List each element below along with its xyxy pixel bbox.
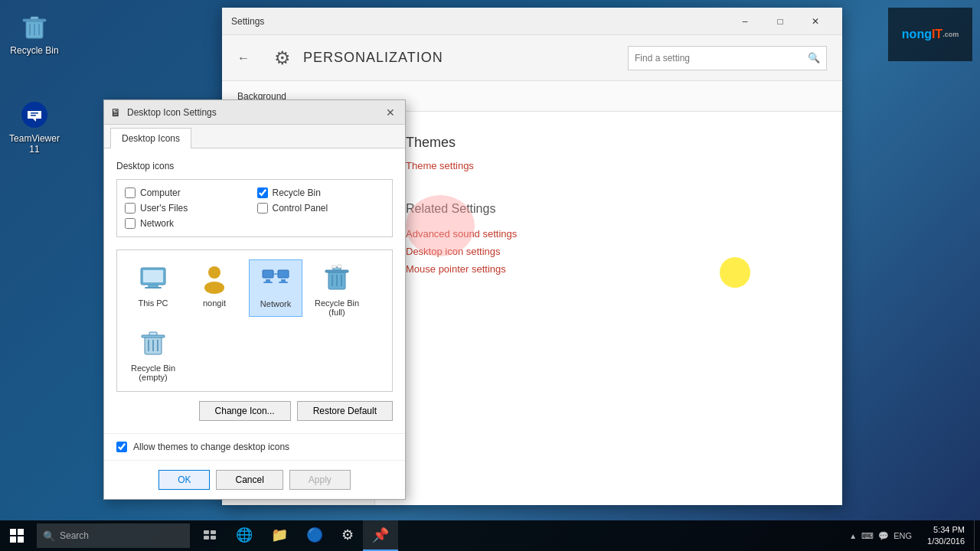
this-pc-icon xyxy=(135,259,172,296)
svg-rect-43 xyxy=(211,536,216,540)
desktop-icon-teamviewer[interactable]: TeamViewer 11 xyxy=(4,96,65,158)
settings-titlebar: Settings – □ ✕ xyxy=(222,8,842,35)
dialog-tab-desktop-icons[interactable]: Desktop Icons xyxy=(110,128,191,148)
recycle-bin-empty-icon xyxy=(135,324,172,361)
settings-search-box[interactable]: 🔍 xyxy=(628,46,827,70)
checkbox-control-panel[interactable]: Control Panel xyxy=(257,203,385,214)
svg-rect-16 xyxy=(266,279,270,282)
svg-rect-20 xyxy=(279,282,288,283)
desktop-icon-recycle-bin[interactable]: Recycle Bin xyxy=(4,8,65,60)
dialog-titlebar: 🖥 Desktop Icon Settings ✕ xyxy=(104,100,405,125)
taskbar-app-chrome[interactable]: 🔵 xyxy=(297,520,332,551)
checkbox-recycle-bin-label: Recycle Bin xyxy=(273,187,321,198)
task-view-button[interactable] xyxy=(193,520,227,551)
preview-icon-recycle-bin-full[interactable]: Recycle Bin (full) xyxy=(310,259,364,317)
svg-rect-40 xyxy=(204,530,209,534)
dialog-icon: 🖥 xyxy=(110,106,122,119)
svg-rect-39 xyxy=(18,536,24,543)
checkbox-network[interactable]: Network xyxy=(125,218,253,229)
network-icon xyxy=(257,260,294,297)
recycle-bin-icon xyxy=(19,11,50,42)
nongit-icon xyxy=(196,259,233,296)
preview-icon-network[interactable]: Network xyxy=(249,259,302,317)
svg-rect-15 xyxy=(263,270,273,278)
svg-rect-36 xyxy=(10,529,16,535)
ok-button[interactable]: OK xyxy=(158,470,210,490)
icons-preview-area: This PC nongit xyxy=(116,249,393,392)
checkbox-computer-label: Computer xyxy=(140,187,181,198)
svg-rect-38 xyxy=(10,536,16,543)
themes-section-title: Themes xyxy=(406,135,812,151)
dialog-icon-actions: Change Icon... Restore Default xyxy=(116,401,393,421)
desktop: Recycle Bin TeamViewer 11 nongIT .com Se… xyxy=(0,0,980,551)
allow-themes-checkbox[interactable] xyxy=(116,442,127,452)
restore-default-button[interactable]: Restore Default xyxy=(297,401,393,421)
settings-main: Themes Theme settings Related Settings A… xyxy=(375,112,842,505)
dialog-bottom-buttons: OK Cancel Apply xyxy=(104,460,405,499)
taskbar-app-active[interactable]: 📌 xyxy=(363,520,398,551)
preview-icon-recycle-bin-full-label: Recycle Bin (full) xyxy=(310,298,364,317)
taskbar-app-explorer[interactable]: 📁 xyxy=(262,520,297,551)
checkbox-network-label: Network xyxy=(140,218,174,229)
dialog-close-button[interactable]: ✕ xyxy=(382,104,399,121)
taskbar-clock[interactable]: 5:34 PM 1/30/2016 xyxy=(918,524,974,548)
taskbar-date: 1/30/2016 xyxy=(927,536,965,547)
dialog-tabs: Desktop Icons xyxy=(104,125,405,148)
svg-rect-17 xyxy=(263,282,273,283)
allow-themes-label: Allow themes to change desktop icons xyxy=(133,442,289,452)
svg-rect-18 xyxy=(278,270,289,278)
taskbar-search-icon: 🔍 xyxy=(43,530,55,542)
start-button[interactable] xyxy=(0,520,34,551)
checkbox-control-panel-label: Control Panel xyxy=(273,203,328,214)
desktop-icon-settings-link[interactable]: Desktop icon settings xyxy=(406,246,812,257)
checkbox-recycle-bin-input[interactable] xyxy=(257,187,268,198)
recycle-bin-desktop-label: Recycle Bin xyxy=(10,45,58,56)
taskbar-chat-icon[interactable]: 💬 xyxy=(878,531,889,541)
checkbox-computer-input[interactable] xyxy=(125,187,136,198)
desktop-icons-checkboxes: Computer Recycle Bin User's Files Contro… xyxy=(116,179,393,237)
svg-rect-2 xyxy=(23,19,46,21)
preview-icon-this-pc[interactable]: This PC xyxy=(126,259,180,317)
change-icon-button[interactable]: Change Icon... xyxy=(199,401,291,421)
checkbox-network-input[interactable] xyxy=(125,218,136,229)
minimize-button[interactable]: – xyxy=(727,8,763,35)
show-desktop-button[interactable] xyxy=(974,520,980,551)
taskbar-arrow-icon[interactable]: ▲ xyxy=(849,532,857,540)
gear-icon: ⚙ xyxy=(274,47,291,69)
maximize-button[interactable]: □ xyxy=(763,8,798,35)
preview-icon-nongit-label: nongit xyxy=(203,298,226,308)
taskbar-lang-label: ENG xyxy=(893,531,912,540)
close-button[interactable]: ✕ xyxy=(798,8,833,35)
back-button[interactable]: ← xyxy=(237,51,250,65)
svg-rect-32 xyxy=(142,335,165,337)
settings-search-input[interactable] xyxy=(635,53,795,64)
svg-rect-28 xyxy=(332,266,336,268)
taskbar-app-settings[interactable]: ⚙ xyxy=(332,520,363,551)
svg-rect-7 xyxy=(31,112,38,114)
svg-point-14 xyxy=(204,282,224,294)
taskbar-search-label: Search xyxy=(60,530,89,541)
taskbar-keyboard-icon[interactable]: ⌨ xyxy=(861,531,874,541)
taskbar-right: ▲ ⌨ 💬 ENG 5:34 PM 1/30/2016 xyxy=(843,520,980,551)
advanced-sound-settings-link[interactable]: Advanced sound settings xyxy=(406,228,812,240)
taskbar-app-edge[interactable]: 🌐 xyxy=(227,520,262,551)
taskbar-sys-icons: ▲ ⌨ 💬 ENG xyxy=(843,531,918,541)
teamviewer-icon xyxy=(19,99,50,130)
checkbox-users-files[interactable]: User's Files xyxy=(125,203,253,214)
checkbox-control-panel-input[interactable] xyxy=(257,203,268,214)
theme-settings-link[interactable]: Theme settings xyxy=(406,160,812,171)
checkbox-computer[interactable]: Computer xyxy=(125,187,253,198)
mouse-pointer-settings-link[interactable]: Mouse pointer settings xyxy=(406,263,812,275)
preview-icon-network-label: Network xyxy=(260,299,291,308)
preview-icon-recycle-bin-empty-label: Recycle Bin (empty) xyxy=(126,364,180,382)
checkbox-recycle-bin[interactable]: Recycle Bin xyxy=(257,187,385,198)
taskbar-time: 5:34 PM xyxy=(927,524,965,536)
cancel-button[interactable]: Cancel xyxy=(216,470,283,490)
dialog-footer: Allow themes to change desktop icons xyxy=(104,433,405,460)
preview-icon-recycle-bin-empty[interactable]: Recycle Bin (empty) xyxy=(126,324,180,382)
search-icon: 🔍 xyxy=(808,52,820,64)
preview-icon-nongit[interactable]: nongit xyxy=(188,259,241,317)
taskbar-search[interactable]: 🔍 Search xyxy=(37,523,190,548)
apply-button[interactable]: Apply xyxy=(289,470,351,490)
checkbox-users-files-input[interactable] xyxy=(125,203,136,214)
